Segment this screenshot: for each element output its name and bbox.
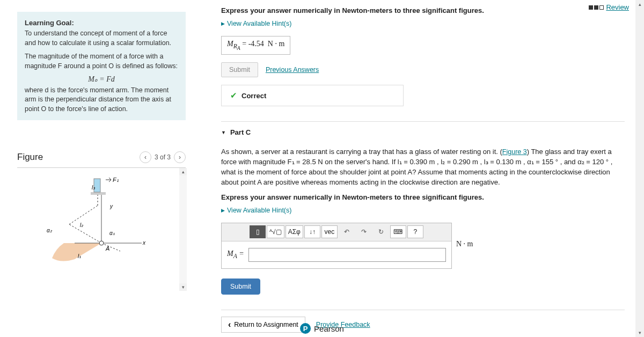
keyboard-tool[interactable]: ⌨ bbox=[390, 225, 406, 238]
pearson-logo: P Pearson bbox=[300, 323, 344, 334]
figure-next-button[interactable]: › bbox=[174, 151, 186, 163]
figure-diagram: F₁ l₃ l₂ l₁ α₁ α₂ A x y bbox=[37, 173, 166, 275]
learning-goal-title: Learning Goal: bbox=[25, 18, 178, 28]
moment-definition-2: where d is the force's moment arm. The m… bbox=[25, 86, 178, 114]
help-tool[interactable]: ? bbox=[407, 225, 423, 238]
vector-tool[interactable]: vec bbox=[321, 225, 338, 238]
learning-goal-box: Learning Goal: To understand the concept… bbox=[17, 12, 186, 120]
figure-3-link[interactable]: Figure 3 bbox=[502, 148, 527, 156]
pearson-p-icon: P bbox=[300, 323, 311, 334]
review-link[interactable]: Review bbox=[606, 3, 629, 11]
svg-line-2 bbox=[69, 224, 101, 243]
prev-instruction: Express your answer numerically in Newto… bbox=[221, 6, 625, 14]
undo-tool[interactable]: ↶ bbox=[339, 225, 355, 238]
part-c-header[interactable]: Part C bbox=[221, 121, 625, 136]
template-tool[interactable]: ▯ bbox=[250, 225, 266, 238]
svg-rect-6 bbox=[91, 192, 106, 195]
answer-label: MA = bbox=[227, 250, 244, 260]
figure-heading: Figure bbox=[17, 152, 43, 163]
figure-pager-label: 3 of 3 bbox=[155, 153, 171, 161]
svg-text:x: x bbox=[142, 240, 146, 246]
svg-line-9 bbox=[109, 178, 111, 180]
greek-tool[interactable]: ΑΣφ bbox=[286, 225, 303, 238]
svg-line-3 bbox=[69, 206, 98, 224]
check-icon: ✔ bbox=[230, 91, 237, 100]
return-to-assignment-button[interactable]: Return to Assignment bbox=[221, 317, 305, 333]
reset-tool[interactable]: ↻ bbox=[373, 225, 389, 238]
vertical-scrollbar[interactable]: ▴ ▾ bbox=[635, 0, 644, 337]
scroll-down-icon[interactable]: ▾ bbox=[635, 328, 644, 337]
subscript-tool[interactable]: ↓↑ bbox=[304, 225, 320, 238]
previous-answers-link[interactable]: Previous Answers bbox=[266, 66, 319, 74]
scroll-up-icon[interactable]: ▴ bbox=[635, 0, 644, 9]
figure-scroll-up-icon[interactable]: ▴ bbox=[179, 168, 187, 175]
part-c-prose: As shown, a server at a restaurant is ca… bbox=[221, 147, 625, 187]
review-icon bbox=[589, 5, 604, 10]
figure-prev-button[interactable]: ‹ bbox=[140, 151, 151, 163]
answer-input-panel: ▯ ᴬ√▢ ΑΣφ ↓↑ vec ↶ ↷ ↻ ⌨ ? MA = bbox=[221, 223, 452, 269]
moment-formula: Mₒ = Fd bbox=[25, 74, 178, 85]
moment-definition-1: The magnitude of the moment of a force w… bbox=[25, 52, 178, 71]
part-c-instruction: Express your answer numerically in Newto… bbox=[221, 193, 625, 201]
prev-submit-button: Submit bbox=[221, 62, 258, 77]
svg-text:l₂: l₂ bbox=[80, 222, 84, 228]
redo-tool[interactable]: ↷ bbox=[356, 225, 372, 238]
svg-text:y: y bbox=[109, 203, 113, 209]
root-tool[interactable]: ᴬ√▢ bbox=[267, 225, 284, 238]
prev-hints-toggle[interactable]: View Available Hint(s) bbox=[221, 20, 625, 27]
svg-line-5 bbox=[101, 243, 120, 251]
learning-goal-body: To understand the concept of moment of a… bbox=[25, 29, 178, 48]
part-c-hints-toggle[interactable]: View Available Hint(s) bbox=[221, 207, 625, 214]
figure-scroll-down-icon[interactable]: ▾ bbox=[179, 283, 187, 291]
svg-text:α₂: α₂ bbox=[47, 228, 53, 233]
submit-button[interactable]: Submit bbox=[221, 279, 260, 295]
svg-text:A: A bbox=[105, 245, 109, 252]
correct-feedback: ✔ Correct bbox=[221, 85, 404, 106]
svg-text:α₁: α₁ bbox=[109, 230, 115, 236]
svg-text:l₁: l₁ bbox=[78, 253, 81, 259]
answer-unit: N · m bbox=[456, 240, 473, 248]
svg-text:F₁: F₁ bbox=[113, 177, 119, 183]
figure-panel: F₁ l₃ l₂ l₁ α₁ α₂ A x y ▴ ▾ bbox=[17, 167, 186, 291]
svg-text:l₃: l₃ bbox=[92, 185, 96, 191]
svg-point-11 bbox=[99, 241, 104, 245]
svg-line-10 bbox=[109, 180, 111, 182]
figure-scrollbar[interactable]: ▴ ▾ bbox=[179, 168, 187, 291]
answer-input[interactable] bbox=[248, 248, 446, 262]
prev-answer-display: MRA = -4.54 N · m bbox=[221, 36, 290, 55]
math-toolbar: ▯ ᴬ√▢ ΑΣφ ↓↑ vec ↶ ↷ ↻ ⌨ ? bbox=[222, 223, 451, 241]
